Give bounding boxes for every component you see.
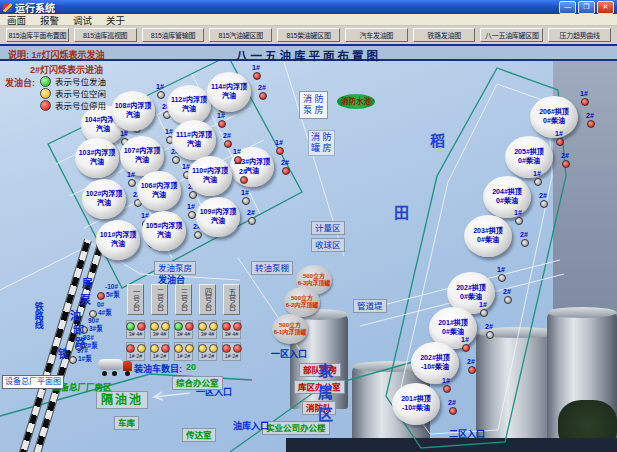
legend-item-disabled: 表示号位停用 [40,99,106,111]
map-label: 油库入口 [233,421,269,432]
map-label: 属 [318,384,333,402]
map-label: 消 防 罐 房 [308,130,335,156]
menu-item[interactable]: 调试 [66,13,99,27]
legend-item-idle: 表示号位空闲 [40,87,106,99]
map-label: 计量区 [311,221,345,235]
legend-red-dot [40,100,51,111]
menu-bar: 画面报警调试关于 [0,14,617,26]
map-label: 传达室 [182,428,216,442]
map-label: 油 [70,310,81,323]
map-label: 转油泵棚 [251,261,293,275]
map-label: 二区入口 [449,429,485,440]
screen-nav-button[interactable]: 815柴油罐区图 [277,28,340,42]
menu-item[interactable]: 关于 [99,13,132,27]
map-label: 卸 [73,324,84,337]
maximize-button[interactable]: ❐ [578,1,595,14]
map-label: 铁路线 [33,302,44,329]
map-label: 稻 [430,132,445,150]
screen-nav-button[interactable]: 815油库平面布置图 [6,28,69,42]
legend-yellow-dot [40,88,51,99]
legend-bay-label: 发油台: [5,76,35,89]
legend-line-1: 说明: 1#灯闪烁表示发油 [8,48,105,61]
app-window: 运行系统 — ❐ ✕ 画面报警调试关于 815油库平面布置图815油库巡视图81… [0,0,617,452]
map-label: 发油台 [158,275,185,286]
close-button[interactable]: ✕ [597,1,614,14]
map-label: 路 [75,337,86,350]
screen-nav-button[interactable]: 汽车发油图 [345,28,408,42]
screen-nav-button[interactable]: 铁路发油图 [413,28,476,42]
map-label: 综合办公室 [172,376,223,390]
screen-nav-button[interactable]: 压力趋势曲线 [548,28,611,42]
screen-nav-button[interactable]: 815油库管输图 [142,28,205,42]
map-label: 家 [318,362,333,380]
map-label: 房 [82,277,93,290]
map-label: 泵 [80,294,91,307]
screen-nav-button[interactable]: 815汽油罐区图 [209,28,272,42]
map-label: 发油泵房 [154,261,196,275]
menu-item[interactable]: 报警 [33,13,66,27]
screen-nav-toolbar: 815油库平面布置图815油库巡视图815油库管输图815汽油罐区图815柴油罐… [0,26,617,44]
screen-nav-button[interactable]: 815油库巡视图 [74,28,137,42]
menu-item[interactable]: 画面 [0,13,33,27]
screen-nav-button[interactable]: 八一五油库罐区图 [480,28,543,42]
map-label: 一区入口 [271,349,307,360]
map-label: 区 [318,406,333,424]
app-icon [3,3,12,12]
map-label: 消防水池 [337,94,375,109]
plant-map-canvas: 八一五油库平面布置图 说明: 1#灯闪烁表示发油 2#灯闪烁表示进油 发油台: … [0,44,617,452]
map-label: 消 防 泵 房 [299,91,328,119]
legend-green-dot [40,76,51,87]
map-label: 铁 [58,348,69,361]
map-label: 田 [394,204,409,222]
map-label: 管道堤 [353,299,387,313]
map-label: 车库 [114,416,139,430]
legend-item-issuing: 表示号位发油 [40,75,106,87]
map-label: 收球区 [311,238,345,252]
map-label: 设备总厂平面图 [2,375,64,389]
map-title-band: 八一五油库平面布置图 说明: 1#灯闪烁表示发油 [0,44,617,61]
map-label: 隔油池 [96,391,148,409]
minimize-button[interactable]: — [559,1,576,14]
